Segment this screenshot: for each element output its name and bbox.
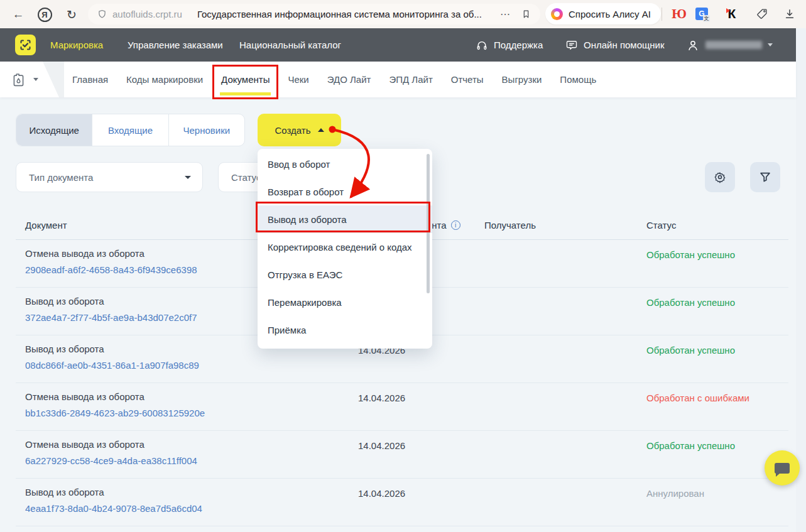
user-icon <box>686 38 700 52</box>
chevron-up-icon <box>318 128 324 132</box>
table-settings-button[interactable] <box>705 162 735 192</box>
alice-icon <box>551 8 563 20</box>
header-nav-order-management[interactable]: Управление заказами <box>128 28 223 62</box>
subnav-item-receipts[interactable]: Чеки <box>288 62 308 97</box>
page-scrollbar[interactable] <box>796 28 806 532</box>
chat-bubble-icon <box>775 463 790 474</box>
documents-direction-tabs: Исходящие Входящие Черновики <box>16 114 245 146</box>
ask-alice-button[interactable]: Спросить Алису AI <box>545 3 661 24</box>
downloads-icon[interactable] <box>781 6 798 22</box>
app-header: Маркировка Управление заказами Националь… <box>0 28 796 62</box>
subnav-item-epd-lite[interactable]: ЭПД Лайт <box>389 62 432 97</box>
document-recipient <box>484 479 646 526</box>
header-nav-marking[interactable]: Маркировка <box>50 28 103 62</box>
subnav-item-home[interactable]: Главная <box>72 62 108 97</box>
document-recipient <box>484 240 646 287</box>
browser-back-button[interactable]: ← <box>9 5 28 24</box>
chat-bubble-icon <box>565 39 578 52</box>
toolbar-divider <box>662 8 662 21</box>
menu-item-input-into-turnover[interactable]: Ввод в оборот <box>258 150 432 178</box>
document-id-link[interactable]: 4eaa1f73-8da0-4b24-9078-8ea7d5a6cd04 <box>25 502 358 514</box>
gear-icon <box>713 170 727 184</box>
tab-drafts[interactable]: Черновики <box>169 114 244 146</box>
document-id-link[interactable]: 6a227929-cc58-4ce9-a4da-ea38c11ff004 <box>25 455 358 467</box>
subnav-items: Главная Коды маркировки Документы Чеки Э… <box>72 62 596 97</box>
site-security-shield-icon <box>97 9 107 19</box>
chevron-down-icon <box>33 78 38 81</box>
filter-button[interactable] <box>750 162 780 192</box>
doc-type-filter-select[interactable]: Тип документа <box>16 162 203 192</box>
col-recipient: Получатель <box>484 220 646 231</box>
menu-item-shipment-to-eaeu[interactable]: Отгрузка в ЕАЭС <box>258 261 432 288</box>
subnav-item-exports[interactable]: Выгрузки <box>502 62 542 97</box>
document-id-link[interactable]: bb1c33d6-2849-4623-ab29-60083125920e <box>25 407 358 419</box>
document-recipient <box>484 431 646 478</box>
table-row[interactable]: Отмена вывода из оборота 6a227929-cc58-4… <box>16 431 788 479</box>
chat-fab-button[interactable] <box>765 450 800 486</box>
chestny-znak-logo[interactable] <box>15 35 36 55</box>
subnav-item-documents[interactable]: Документы <box>221 62 270 97</box>
col-status: Статус <box>646 220 788 231</box>
chevron-down-icon <box>185 176 191 179</box>
table-row[interactable]: Отмена вывода из оборота bb1c33d6-2849-4… <box>16 383 788 431</box>
online-assistant-button[interactable]: Онлайн помощник <box>565 28 665 62</box>
menu-item-return-to-turnover[interactable]: Возврат в оборот <box>258 178 432 205</box>
kontur-extension-icon[interactable]: К <box>724 6 740 22</box>
document-date: 14.04.2026 <box>358 431 484 478</box>
url-domain[interactable]: autofluids.crpt.ru <box>112 9 182 19</box>
headphones-icon <box>476 39 488 52</box>
create-dropdown-menu: Ввод в оборот Возврат в оборот Вывод из … <box>258 149 432 349</box>
menu-item-withdrawal-from-turnover[interactable]: Вывод из оборота <box>258 205 432 233</box>
documents-page: Исходящие Входящие Черновики Создать Тип… <box>0 97 806 532</box>
status-badge: Обработан успешно <box>646 335 788 383</box>
subnav-item-help[interactable]: Помощь <box>560 62 596 97</box>
yumoney-extension-icon[interactable]: Ю <box>671 6 687 22</box>
browser-reload-button[interactable]: ↻ <box>62 5 81 24</box>
document-recipient <box>484 383 646 430</box>
document-date: 14.04.2026 <box>358 383 484 430</box>
funnel-icon <box>758 170 772 184</box>
status-badge: Аннулирован <box>646 479 788 526</box>
support-button[interactable]: Поддержка <box>476 28 543 62</box>
document-recipient <box>484 335 646 383</box>
extensions-tag-icon[interactable] <box>754 6 770 22</box>
tab-outgoing[interactable]: Исходящие <box>16 114 92 146</box>
support-label: Поддержка <box>494 40 543 50</box>
scan-check-icon <box>19 38 32 52</box>
table-row[interactable]: Вывод из оборота 4eaa1f73-8da0-4b24-9078… <box>16 479 788 526</box>
info-icon[interactable]: i <box>451 220 460 230</box>
yandex-letter: Я <box>38 8 52 22</box>
tab-incoming[interactable]: Входящие <box>92 114 168 146</box>
dropdown-scrollbar[interactable] <box>427 154 430 293</box>
address-more-icon[interactable]: ⋯ <box>500 8 511 20</box>
yandex-browser-icon[interactable]: Я <box>35 5 54 24</box>
document-date: 14.04.2026 <box>358 479 484 526</box>
document-recipient <box>484 288 646 335</box>
create-button[interactable]: Создать <box>258 114 341 146</box>
user-name-redacted <box>705 41 762 49</box>
header-nav-national-catalog[interactable]: Национальный каталог <box>239 28 341 62</box>
status-badge: Обработан с ошибками <box>646 383 788 430</box>
subnav-item-marking-codes[interactable]: Коды маркировки <box>126 62 203 97</box>
product-subnav: Главная Коды маркировки Документы Чеки Э… <box>0 62 796 97</box>
document-type: Отмена вывода из оборота <box>25 438 358 450</box>
subnav-item-edo-lite[interactable]: ЭДО Лайт <box>327 62 371 97</box>
subnav-item-reports[interactable]: Отчеты <box>451 62 484 97</box>
status-badge: Обработан успешно <box>646 288 788 335</box>
menu-item-remarking[interactable]: Перемаркировка <box>258 288 432 316</box>
menu-item-acceptance[interactable]: Приёмка <box>258 316 432 344</box>
document-type: Вывод из оборота <box>25 486 358 498</box>
translate-extension-icon[interactable]: G文 <box>694 6 710 22</box>
document-type: Отмена вывода из оборота <box>25 391 358 403</box>
address-bar[interactable]: autofluids.crpt.ru Государственная инфор… <box>88 4 540 24</box>
user-menu[interactable] <box>686 28 773 62</box>
document-id-link[interactable]: 08dc866f-ae0b-4351-86a1-1a907fa98c89 <box>25 359 358 371</box>
online-assistant-label: Онлайн помощник <box>584 40 665 50</box>
browser-toolbar: ← Я ↻ autofluids.crpt.ru Государственная… <box>0 0 806 28</box>
menu-item-code-info-correction[interactable]: Корректировка сведений о кодах <box>258 233 432 261</box>
status-badge: Обработан успешно <box>646 240 788 287</box>
ask-alice-label: Спросить Алису AI <box>569 9 651 19</box>
bookmark-icon[interactable] <box>521 9 531 19</box>
oil-canister-icon <box>11 72 26 87</box>
chevron-down-icon <box>768 43 773 46</box>
